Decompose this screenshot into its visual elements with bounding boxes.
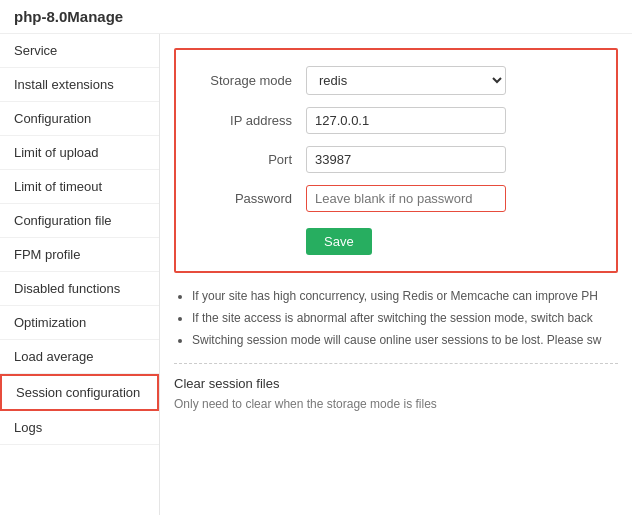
password-row: Password bbox=[196, 185, 596, 212]
sidebar-item-logs[interactable]: Logs bbox=[0, 411, 159, 445]
sidebar-item-session-configuration[interactable]: Session configuration bbox=[0, 374, 159, 411]
sidebar-item-disabled-functions[interactable]: Disabled functions bbox=[0, 272, 159, 306]
sidebar-item-service[interactable]: Service bbox=[0, 34, 159, 68]
info-bullets: If your site has high concurrency, using… bbox=[174, 287, 618, 349]
port-input[interactable] bbox=[306, 146, 506, 173]
page-title: php-8.0Manage bbox=[0, 0, 632, 34]
storage-mode-label: Storage mode bbox=[196, 73, 306, 88]
sidebar: ServiceInstall extensionsConfigurationLi… bbox=[0, 34, 160, 515]
content-area: Storage mode filesredismemcache IP addre… bbox=[160, 34, 632, 515]
port-row: Port bbox=[196, 146, 596, 173]
clear-session-desc: Only need to clear when the storage mode… bbox=[174, 397, 618, 411]
section-divider bbox=[174, 363, 618, 364]
info-bullet: Switching session mode will cause online… bbox=[192, 331, 618, 349]
sidebar-item-configuration[interactable]: Configuration bbox=[0, 102, 159, 136]
sidebar-item-limit-upload[interactable]: Limit of upload bbox=[0, 136, 159, 170]
info-bullet: If your site has high concurrency, using… bbox=[192, 287, 618, 305]
clear-session-title: Clear session files bbox=[174, 376, 618, 391]
ip-address-label: IP address bbox=[196, 113, 306, 128]
sidebar-item-optimization[interactable]: Optimization bbox=[0, 306, 159, 340]
sidebar-item-load-average[interactable]: Load average bbox=[0, 340, 159, 374]
sidebar-item-configuration-file[interactable]: Configuration file bbox=[0, 204, 159, 238]
password-input[interactable] bbox=[306, 185, 506, 212]
save-button[interactable]: Save bbox=[306, 228, 372, 255]
save-row: Save bbox=[196, 224, 596, 255]
info-bullet: If the site access is abnormal after swi… bbox=[192, 309, 618, 327]
sidebar-item-install-extensions[interactable]: Install extensions bbox=[0, 68, 159, 102]
storage-mode-select[interactable]: filesredismemcache bbox=[306, 66, 506, 95]
sidebar-item-limit-timeout[interactable]: Limit of timeout bbox=[0, 170, 159, 204]
password-label: Password bbox=[196, 191, 306, 206]
port-label: Port bbox=[196, 152, 306, 167]
sidebar-item-fpm-profile[interactable]: FPM profile bbox=[0, 238, 159, 272]
storage-mode-row: Storage mode filesredismemcache bbox=[196, 66, 596, 95]
ip-address-row: IP address bbox=[196, 107, 596, 134]
ip-address-input[interactable] bbox=[306, 107, 506, 134]
info-section: If your site has high concurrency, using… bbox=[174, 287, 618, 349]
session-form-box: Storage mode filesredismemcache IP addre… bbox=[174, 48, 618, 273]
